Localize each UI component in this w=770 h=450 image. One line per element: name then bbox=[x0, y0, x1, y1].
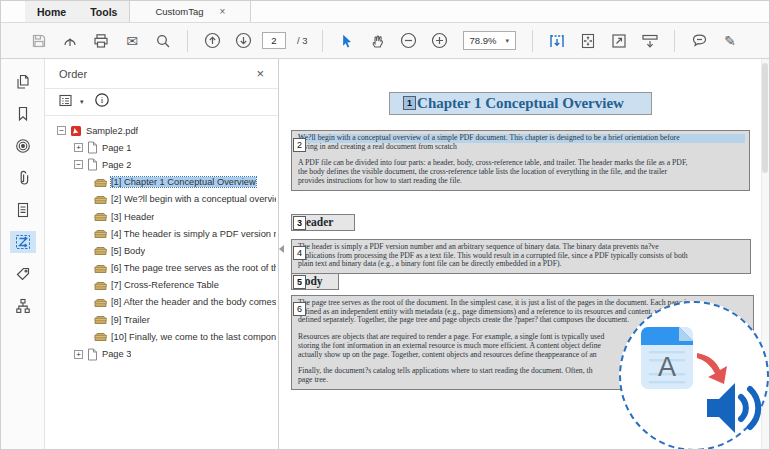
tagged-heading-chapter[interactable]: 1 Chapter 1 Conceptual Overview bbox=[389, 92, 652, 115]
tree-item-label: [10] Finally, we come to the last compon… bbox=[111, 332, 276, 342]
document-a-icon: A bbox=[641, 327, 693, 389]
fit-width-button[interactable] bbox=[545, 29, 569, 53]
scrollbar-thumb[interactable] bbox=[762, 63, 768, 173]
svg-text:i: i bbox=[100, 95, 103, 105]
expand-icon[interactable]: + bbox=[74, 350, 83, 359]
tagged-block-intro[interactable]: 2 We?ll begin with a conceptual overview… bbox=[291, 130, 750, 191]
fit-page-button[interactable] bbox=[576, 29, 600, 53]
menu-tools[interactable]: Tools bbox=[78, 6, 129, 18]
menu-home[interactable]: Home bbox=[25, 6, 78, 18]
divider bbox=[532, 30, 533, 52]
print-button[interactable] bbox=[89, 29, 113, 53]
chapter-title-text: Chapter 1 Conceptual Overview bbox=[417, 95, 624, 111]
tree-item[interactable]: [5] Body bbox=[47, 242, 276, 259]
actual-size-button[interactable] bbox=[607, 29, 631, 53]
zoom-level-value: 78.9% bbox=[470, 35, 497, 46]
tab-customtag[interactable]: CustomTag × bbox=[129, 1, 251, 22]
tree-item[interactable]: [9] Trailer bbox=[47, 311, 276, 328]
tree-item-label: [4] The header is simply a PDF version n… bbox=[111, 229, 276, 239]
tree-item-label: [5] Body bbox=[111, 246, 145, 256]
tags-icon[interactable] bbox=[10, 263, 36, 285]
tree-item[interactable]: [8] After the header and the body comes … bbox=[47, 294, 276, 311]
main-menu: Home Tools bbox=[25, 1, 129, 22]
content-structure-icon[interactable] bbox=[10, 295, 36, 317]
expand-icon[interactable]: + bbox=[74, 143, 83, 152]
search-icon[interactable] bbox=[151, 29, 175, 53]
order-panel-title: Order bbox=[59, 68, 87, 80]
tagged-block-header[interactable]: 4 The header is simply a PDF version num… bbox=[291, 239, 751, 274]
order-panel-icon[interactable] bbox=[10, 231, 36, 253]
email-icon[interactable]: ✉ bbox=[120, 29, 144, 53]
order-panel-header: Order × bbox=[45, 59, 278, 89]
hand-tool-icon[interactable] bbox=[366, 29, 390, 53]
pencil-highlight-icon[interactable]: ✎ bbox=[718, 29, 742, 53]
tree-root-label: Sample2.pdf bbox=[86, 126, 138, 136]
tree-item[interactable]: [6] The page tree serves as the root of … bbox=[47, 260, 276, 277]
tagged-heading-body[interactable]: 5 Body bbox=[291, 273, 339, 290]
share-upload-button[interactable] bbox=[58, 29, 82, 53]
speaker-icon bbox=[707, 383, 758, 433]
zoom-in-button[interactable] bbox=[428, 29, 452, 53]
panel-collapse-handle[interactable] bbox=[279, 245, 284, 253]
tree-page-label: Page 1 bbox=[102, 143, 131, 153]
info-icon[interactable]: i bbox=[94, 92, 110, 112]
tree-item[interactable]: [10] Finally, we come to the last compon… bbox=[47, 328, 276, 345]
tree-item[interactable]: [1] Chapter 1 Conceptual Overview bbox=[47, 174, 276, 191]
text-to-speech-illustration: A bbox=[621, 303, 767, 449]
navigation-pane-strip bbox=[1, 59, 45, 449]
page-thumbnails-icon[interactable] bbox=[10, 71, 36, 93]
options-menu-icon[interactable] bbox=[58, 93, 75, 112]
bookmarks-icon[interactable] bbox=[10, 103, 36, 125]
tree-item-label: [2] We?ll begin with a conceptual overvi… bbox=[111, 194, 276, 204]
tag-number-badge: 2 bbox=[293, 138, 306, 152]
previous-page-button[interactable] bbox=[200, 29, 224, 53]
layers-icon[interactable] bbox=[10, 199, 36, 221]
pdf-reader-window: Home Tools CustomTag × ✉ / 3 78.9% ▾ bbox=[0, 0, 770, 450]
content-tag-icon bbox=[94, 263, 107, 274]
attachments-icon[interactable] bbox=[10, 167, 36, 189]
select-tool-icon[interactable] bbox=[335, 29, 359, 53]
hide-toolbar-button[interactable] bbox=[638, 29, 662, 53]
save-button[interactable] bbox=[27, 29, 51, 53]
page-icon bbox=[87, 158, 98, 171]
caret-down-icon[interactable]: ▾ bbox=[80, 98, 84, 106]
tree-root[interactable]: − Sample2.pdf bbox=[47, 122, 276, 139]
tree-page-label: Page 3 bbox=[102, 349, 131, 359]
tree-item[interactable]: [4] The header is simply a PDF version n… bbox=[47, 225, 276, 242]
page-icon bbox=[87, 141, 98, 154]
collapse-expander-icon[interactable]: − bbox=[57, 126, 66, 135]
document-viewport[interactable]: 1 Chapter 1 Conceptual Overview 2 We?ll … bbox=[279, 59, 769, 449]
tree-page-2[interactable]: − Page 2 bbox=[47, 156, 276, 173]
zoom-out-button[interactable] bbox=[397, 29, 421, 53]
tree-page-1[interactable]: + Page 1 bbox=[47, 139, 276, 156]
tree-item[interactable]: [2] We?ll begin with a conceptual overvi… bbox=[47, 191, 276, 208]
divider bbox=[322, 30, 323, 52]
tree-item[interactable]: [7] Cross-Reference Table bbox=[47, 277, 276, 294]
tree-item-label: [3] Header bbox=[111, 212, 154, 222]
tree-item-label: [6] The page tree serves as the root of … bbox=[111, 263, 276, 273]
tagged-heading-header[interactable]: 3 Header bbox=[291, 214, 355, 231]
header-paragraph: The header is simply a PDF version numbe… bbox=[298, 243, 746, 269]
collapse-expander-icon[interactable]: − bbox=[74, 160, 83, 169]
content-tag-icon bbox=[94, 297, 107, 308]
tree-item-label: [9] Trailer bbox=[111, 315, 150, 325]
comment-button[interactable] bbox=[687, 29, 711, 53]
main-toolbar: ✉ / 3 78.9% ▾ ✎ bbox=[1, 23, 769, 59]
svg-text:A: A bbox=[658, 352, 676, 382]
tree-page-3[interactable]: + Page 3 bbox=[47, 345, 276, 362]
tree-item-label: [7] Cross-Reference Table bbox=[111, 280, 219, 290]
destinations-icon[interactable] bbox=[10, 135, 36, 157]
tag-number-badge: 5 bbox=[293, 275, 306, 289]
tree-item[interactable]: [3] Header bbox=[47, 208, 276, 225]
next-page-button[interactable] bbox=[231, 29, 255, 53]
order-panel-close-icon[interactable]: × bbox=[256, 66, 264, 81]
page-number-input[interactable] bbox=[262, 32, 286, 49]
read-aloud-overlay: A bbox=[619, 301, 769, 449]
caret-down-icon: ▾ bbox=[506, 37, 510, 45]
content-tag-icon bbox=[94, 228, 107, 239]
tab-close-icon[interactable]: × bbox=[220, 6, 226, 17]
tree-page-label: Page 2 bbox=[102, 160, 131, 170]
tab-bar: Home Tools CustomTag × bbox=[1, 1, 769, 23]
zoom-level-dropdown[interactable]: 78.9% ▾ bbox=[463, 31, 516, 50]
content-tag-icon bbox=[94, 331, 107, 342]
